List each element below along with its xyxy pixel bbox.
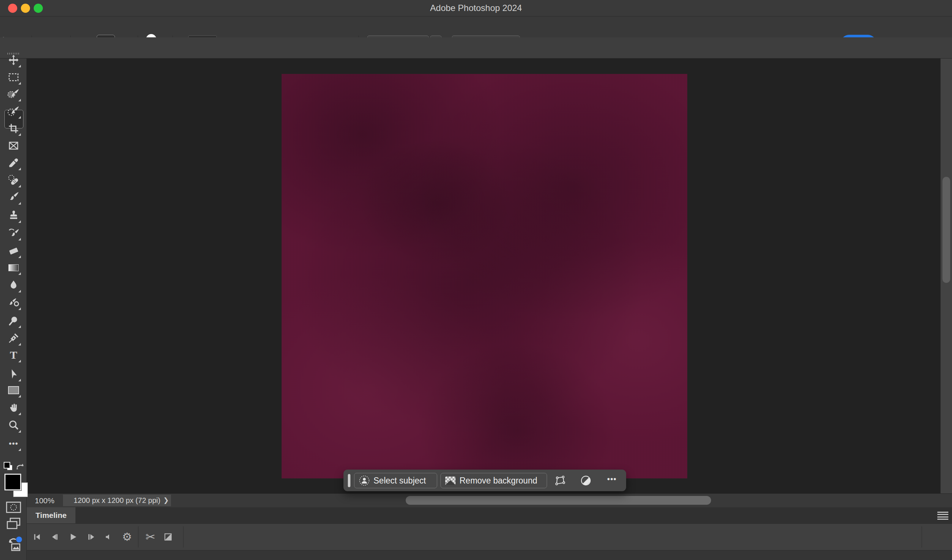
marquee-icon (8, 71, 19, 83)
status-chevron-icon[interactable]: ❯ (163, 496, 169, 504)
clone-stamp-tool[interactable] (6, 208, 21, 223)
object-selection-tool[interactable] (6, 86, 21, 102)
crop-icon (8, 123, 19, 134)
rectangle-tool[interactable] (6, 383, 21, 398)
foreground-color-swatch[interactable] (5, 474, 21, 491)
eyedropper-tool[interactable] (6, 155, 21, 171)
transition-button[interactable] (161, 530, 175, 544)
next-frame-icon (87, 532, 96, 542)
previous-frame-button[interactable] (48, 530, 62, 544)
document-image[interactable] (281, 74, 687, 478)
adjustments-contrast-icon (580, 475, 591, 486)
quick-selection-tool[interactable] (6, 103, 21, 119)
document-info-text: 1200 px x 1200 px (72 ppi) (74, 496, 161, 505)
brush-icon (8, 191, 19, 203)
rectangular-marquee-tool[interactable] (6, 69, 21, 85)
screen-mode-icon (6, 517, 21, 530)
divider (922, 526, 922, 548)
first-frame-button[interactable] (30, 530, 44, 544)
history-brush-tool[interactable] (6, 225, 21, 241)
window-title: Adobe Photoshop 2024 (0, 0, 952, 16)
pen-tool[interactable] (6, 330, 21, 346)
eraser-tool[interactable] (6, 243, 21, 258)
healing-brush-icon (7, 174, 20, 186)
timeline-bottom-strip (27, 551, 952, 560)
quick-selection-icon (7, 105, 20, 117)
type-tool[interactable]: T (6, 347, 21, 363)
gradient-tool[interactable] (6, 260, 21, 275)
timeline-settings-button[interactable]: ⚙ (120, 530, 134, 544)
zoom-level-field[interactable]: 100% (35, 495, 54, 506)
more-tools-button[interactable]: ••• (6, 436, 21, 451)
divider (183, 526, 184, 548)
ctx-more-options-button[interactable]: ••• (606, 473, 618, 485)
document-tab-strip: » × bordeaux.psd @ 100% (Layer 2, RGB/8) (0, 37, 952, 59)
brush-tool[interactable] (6, 190, 21, 205)
quick-mask-icon (6, 501, 21, 513)
ellipsis-icon: ••• (9, 439, 18, 448)
swap-colors-button[interactable] (15, 462, 25, 471)
close-window-button[interactable] (8, 4, 17, 13)
next-frame-button[interactable] (84, 530, 98, 544)
timeline-tab-strip (27, 507, 952, 523)
object-selection-icon (7, 88, 20, 100)
divider (138, 526, 138, 548)
ctx-adjustments-button[interactable] (580, 474, 592, 487)
spot-healing-brush-tool[interactable] (6, 173, 21, 188)
quick-mask-button[interactable] (6, 501, 21, 513)
ctx-remove-background-button[interactable]: Remove background (440, 473, 547, 488)
options-bar: 30 0° Sample All Layers Enhance Edge Sel… (0, 17, 952, 38)
timeline-tab-label: Timeline (36, 511, 66, 520)
remove-background-icon (445, 477, 456, 485)
play-button[interactable] (66, 530, 80, 544)
ctx-remove-background-label: Remove background (459, 476, 537, 486)
speaker-icon (104, 532, 113, 541)
minimize-window-button[interactable] (21, 4, 30, 13)
smudge-tool[interactable] (6, 295, 21, 310)
selection-arrow-icon (8, 369, 19, 380)
magnifier-icon (8, 420, 19, 431)
blur-tool[interactable] (6, 278, 21, 293)
contextual-task-bar: Select subject Remove background ••• (343, 470, 626, 491)
split-at-playhead-button[interactable]: ✂ (144, 530, 158, 544)
transform-icon (555, 475, 566, 486)
first-frame-icon (32, 532, 42, 542)
scissors-icon: ✂ (146, 531, 156, 543)
transition-icon (163, 532, 173, 542)
dodge-tool[interactable] (6, 313, 21, 328)
ctx-select-subject-button[interactable]: Select subject (354, 473, 437, 488)
smudge-icon (7, 297, 20, 308)
zoom-tool[interactable] (6, 418, 21, 433)
frame-tool[interactable] (6, 138, 21, 153)
audio-mute-button[interactable] (101, 530, 115, 544)
gradient-icon (8, 264, 19, 271)
hand-icon (8, 402, 19, 413)
history-brush-icon (7, 227, 20, 239)
eraser-icon (8, 245, 19, 256)
move-icon (8, 54, 19, 66)
default-colors-button[interactable] (4, 462, 13, 471)
vertical-scrollbar-thumb[interactable] (943, 177, 950, 283)
panel-menu-button[interactable] (937, 512, 948, 520)
move-tool[interactable] (6, 52, 21, 68)
zoom-window-button[interactable] (34, 4, 43, 13)
title-bar: Adobe Photoshop 2024 (0, 0, 952, 17)
crop-tool[interactable] (6, 121, 21, 136)
screen-mode-button[interactable] (6, 517, 21, 530)
pen-icon (8, 333, 19, 344)
task-bar-drag-handle[interactable] (348, 474, 351, 487)
blur-drop-icon (8, 280, 19, 291)
generative-ai-icon (5, 535, 23, 554)
horizontal-scrollbar-thumb[interactable] (406, 496, 711, 505)
default-foreground-swatch (4, 462, 10, 469)
timeline-tab[interactable]: Timeline (27, 507, 76, 523)
eyedropper-icon (8, 157, 19, 168)
hand-tool[interactable] (6, 400, 21, 415)
document-info-field[interactable]: 1200 px x 1200 px (72 ppi) (63, 494, 171, 506)
generative-ai-button[interactable] (5, 535, 23, 554)
path-selection-tool[interactable] (6, 366, 21, 382)
ctx-transform-button[interactable] (554, 474, 566, 487)
swap-arrows-icon (15, 462, 25, 471)
select-subject-person-icon (359, 475, 370, 486)
dodge-icon (8, 315, 19, 326)
